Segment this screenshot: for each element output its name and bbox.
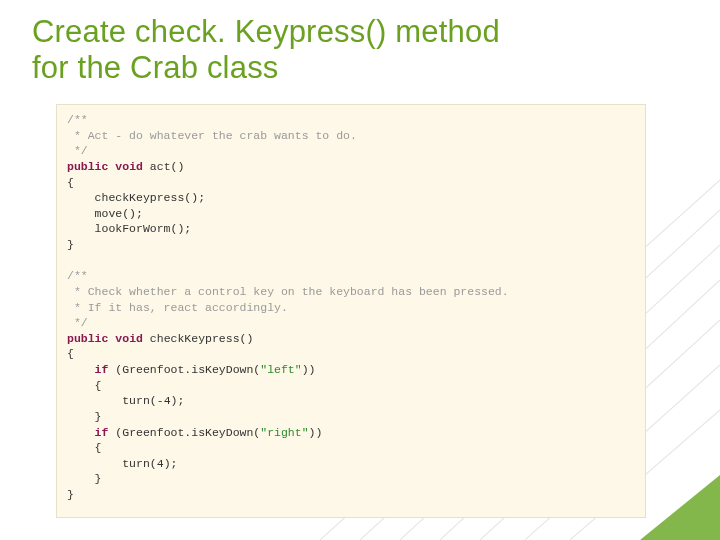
- stmt-move: move();: [95, 207, 143, 220]
- slide-title: Create check. Keypress() method for the …: [32, 14, 500, 85]
- brace-close: }: [95, 472, 102, 485]
- brace-open: {: [95, 441, 102, 454]
- string-right: "right": [260, 426, 308, 439]
- brace-close: }: [67, 238, 74, 251]
- method-checkkeypress: checkKeypress(): [150, 332, 254, 345]
- if-cond-close: )): [302, 363, 316, 376]
- title-line-1: Create check. Keypress() method: [32, 14, 500, 49]
- stmt-turn-neg: turn(-4);: [122, 394, 184, 407]
- if-cond-close: )): [309, 426, 323, 439]
- code-block: /** * Act - do whatever the crab wants t…: [56, 104, 646, 518]
- if-cond-left-a: (Greenfoot.isKeyDown(: [108, 363, 260, 376]
- comment-line: /**: [67, 113, 88, 126]
- keyword-public: public: [67, 332, 108, 345]
- brace-close: }: [95, 410, 102, 423]
- method-act: act(): [150, 160, 185, 173]
- comment-line: * If it has, react accordingly.: [67, 301, 288, 314]
- brace-open: {: [67, 176, 74, 189]
- keyword-if: if: [95, 426, 109, 439]
- comment-line: */: [67, 144, 88, 157]
- comment-line: /**: [67, 269, 88, 282]
- if-cond-right-a: (Greenfoot.isKeyDown(: [108, 426, 260, 439]
- stmt-lookforworm: lookForWorm();: [95, 222, 192, 235]
- string-left: "left": [260, 363, 301, 376]
- stmt-turn-pos: turn(4);: [122, 457, 177, 470]
- brace-open: {: [67, 347, 74, 360]
- comment-line: * Check whether a control key on the key…: [67, 285, 509, 298]
- svg-marker-7: [640, 475, 720, 540]
- keyword-void: void: [115, 332, 143, 345]
- comment-line: */: [67, 316, 88, 329]
- keyword-void: void: [115, 160, 143, 173]
- title-line-2: for the Crab class: [32, 50, 279, 85]
- brace-close: }: [67, 488, 74, 501]
- stmt-checkkeypress: checkKeypress();: [95, 191, 205, 204]
- comment-line: * Act - do whatever the crab wants to do…: [67, 129, 357, 142]
- brace-open: {: [95, 379, 102, 392]
- keyword-public: public: [67, 160, 108, 173]
- keyword-if: if: [95, 363, 109, 376]
